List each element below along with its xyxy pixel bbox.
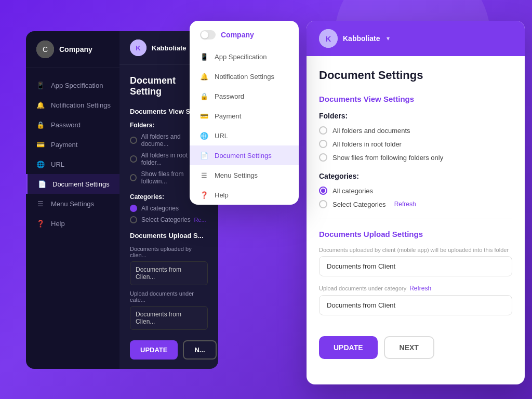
dropdown-item-notification-settings[interactable]: 🔔 Notification Settings <box>190 66 299 86</box>
main-view-settings-title: Documents View Settings <box>319 95 512 103</box>
dark-radio-btn-3[interactable] <box>130 174 137 181</box>
dropdown-globe-icon: 🌐 <box>200 131 208 140</box>
main-update-button[interactable]: UPDATE <box>319 336 378 359</box>
phone-icon: 📱 <box>36 81 45 89</box>
dropdown-phone-icon: 📱 <box>200 52 208 61</box>
dropdown-header: Company <box>190 21 299 47</box>
dropdown-menu-icon: ☰ <box>200 171 208 179</box>
main-radio-btn-all-folders[interactable] <box>319 126 327 135</box>
main-header-avatar: K <box>319 29 338 48</box>
dropdown-item-payment[interactable]: 💳 Payment <box>190 106 299 126</box>
main-radio-label-all-categories: All categories <box>332 187 373 195</box>
main-radio-label-all-folders: All folders and documents <box>332 127 410 135</box>
main-next-button[interactable]: NEXT <box>384 336 434 359</box>
main-header-username: Kabboliate <box>343 34 380 43</box>
dropdown-card-icon: 💳 <box>200 112 208 120</box>
svg-text:C: C <box>43 45 48 54</box>
sidebar-label-help: Help <box>51 220 65 228</box>
main-radio-label-root: All folders in root folder <box>332 140 402 148</box>
globe-icon: 🌐 <box>36 160 45 168</box>
main-folders-label: Folders: <box>319 112 512 120</box>
main-radio-btn-root[interactable] <box>319 140 327 148</box>
categories-refresh-link[interactable]: Refresh <box>394 201 416 208</box>
card-icon: 💳 <box>36 140 45 149</box>
sidebar-label-payment: Payment <box>51 141 77 149</box>
main-button-row: UPDATE NEXT <box>319 336 512 359</box>
dropdown-item-menu-settings[interactable]: ☰ Menu Settings <box>190 165 299 185</box>
main-radio-btn-select[interactable] <box>319 200 327 208</box>
dark-radio-btn-1[interactable] <box>130 137 137 144</box>
main-radio-btn-following[interactable] <box>319 153 327 162</box>
main-categories-label: Categories: <box>319 172 512 180</box>
main-page-title: Document Settings <box>319 69 512 82</box>
main-radio-btn-all-categories[interactable] <box>319 187 327 195</box>
dropdown-item-app-specification[interactable]: 📱 App Specification <box>190 47 299 66</box>
main-radio-all-categories: All categories <box>319 187 512 195</box>
dropdown-lock-icon: 🔒 <box>200 92 208 100</box>
svg-text:K: K <box>326 34 331 43</box>
section-divider <box>319 219 512 219</box>
sidebar-label-app-specification: App Specification <box>51 82 103 89</box>
main-content-area: Document Settings Documents View Setting… <box>307 56 525 384</box>
dark-client-folder-input[interactable]: Documents from Clien... <box>130 261 208 285</box>
main-upload-section-title: Documents Upload Settings <box>319 230 512 238</box>
dark-update-button[interactable]: UPDATE <box>130 340 178 360</box>
main-radio-label-following: Show files from following folders only <box>332 154 443 162</box>
dark-radio-all-categories: All categories <box>130 205 208 212</box>
main-client-folder-input[interactable] <box>319 256 512 276</box>
main-category-input[interactable] <box>319 295 512 315</box>
main-panel-header: K Kabboliate ▾ <box>307 21 525 56</box>
main-radio-root-folder: All folders in root folder <box>319 140 512 148</box>
main-radio-label-select-categories: Select Categories <box>332 201 386 208</box>
sidebar-label-password: Password <box>51 121 81 129</box>
dark-upload-category-hint: Upload documents under cate... <box>130 290 208 303</box>
main-categories-radio-group: All categories Select Categories Refresh <box>319 187 512 208</box>
dropdown-company-name: Company <box>221 31 254 39</box>
dropdown-label-menu-settings: Menu Settings <box>215 171 258 179</box>
sidebar-label-notification-settings: Notification Settings <box>51 101 111 109</box>
dark-upload-section-title: Documents Upload S... <box>130 232 208 240</box>
lock-icon: 🔒 <box>36 121 45 129</box>
dropdown-item-document-settings[interactable]: 📄 Document Settings <box>190 145 299 165</box>
main-category-upload-hint: Upload documents under category <box>319 285 406 291</box>
dark-categories-radio-group: All categories Select Categories Re... <box>130 205 208 223</box>
main-header-chevron-icon: ▾ <box>387 35 390 42</box>
category-label-row: Upload documents under category Refresh <box>319 285 512 292</box>
menu-icon: ☰ <box>36 200 45 208</box>
dark-company-name: Company <box>59 45 92 54</box>
dark-company-avatar: C <box>36 41 54 58</box>
sidebar-label-menu-settings: Menu Settings <box>51 200 94 208</box>
category-refresh-link[interactable]: Refresh <box>409 285 431 292</box>
bell-icon: 🔔 <box>36 101 45 109</box>
dark-radio-btn-5[interactable] <box>130 216 137 223</box>
dropdown-label-payment: Payment <box>215 112 241 120</box>
main-radio-select-categories: Select Categories Refresh <box>319 200 512 208</box>
main-radio-following-only: Show files from following folders only <box>319 153 512 162</box>
dark-radio-btn-2[interactable] <box>130 155 137 163</box>
main-radio-all-folders-docs: All folders and documents <box>319 126 512 135</box>
dark-radio-label-4: All categories <box>141 205 179 212</box>
dark-button-row: UPDATE N... <box>130 340 208 360</box>
sidebar-label-document-settings: Document Settings <box>52 180 110 188</box>
dropdown-item-help[interactable]: ❓ Help <box>190 185 299 205</box>
dark-radio-label-5: Select Categories Re... <box>141 216 206 223</box>
dark-category-input[interactable]: Documents from Clien... <box>130 306 208 330</box>
main-client-upload-hint: Documents uploaded by client (mobile app… <box>319 247 512 253</box>
dropdown-label-help: Help <box>215 191 229 199</box>
dark-radio-btn-4[interactable] <box>130 205 137 212</box>
dropdown-item-url[interactable]: 🌐 URL <box>190 126 299 145</box>
dropdown-menu-panel: Company 📱 App Specification 🔔 Notificati… <box>190 21 299 205</box>
dropdown-document-icon: 📄 <box>200 151 208 159</box>
sidebar-label-url: URL <box>51 161 64 168</box>
dark-content-avatar: K <box>130 39 147 56</box>
company-toggle[interactable] <box>200 30 216 39</box>
dropdown-label-document-settings: Document Settings <box>215 152 272 159</box>
dark-next-button[interactable]: N... <box>183 340 216 360</box>
dropdown-label-password: Password <box>215 92 244 100</box>
svg-text:K: K <box>136 44 141 52</box>
dropdown-item-password[interactable]: 🔒 Password <box>190 86 299 106</box>
document-icon: 📄 <box>38 180 46 188</box>
dropdown-label-url: URL <box>215 132 228 140</box>
dark-radio-select-categories: Select Categories Re... <box>130 216 208 223</box>
dropdown-bell-icon: 🔔 <box>200 72 208 81</box>
